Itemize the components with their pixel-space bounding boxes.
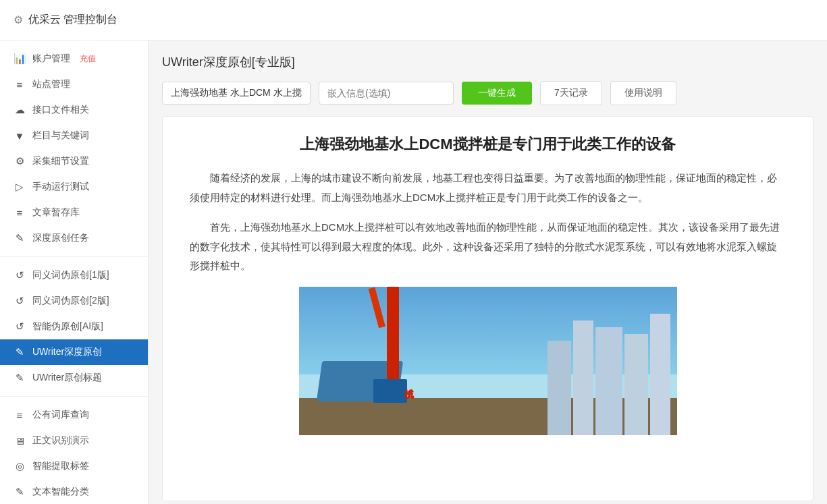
sidebar-item-manual[interactable]: ▷ 手动运行测试 (0, 174, 148, 200)
refresh-icon: ↺ (14, 269, 26, 281)
sidebar-item-uwriter[interactable]: ✎ UWriter深度原创 (0, 339, 148, 365)
sidebar-label-collect: 采集细节设置 (32, 155, 89, 167)
sidebar-item-account[interactable]: 📊 账户管理 充值 (0, 46, 148, 72)
settings-icon: ⚙ (14, 155, 26, 167)
main-content: UWriter深度原创[专业版] 一键生成 7天记录 使用说明 上海强劲地基水上… (149, 40, 827, 504)
sidebar-item-interface[interactable]: ☁ 接口文件相关 (0, 97, 148, 123)
sidebar-item-text-class[interactable]: ✎ 文本智能分类 (0, 479, 148, 504)
sidebar-label-uwriter: UWriter深度原创 (32, 346, 102, 358)
keyword-input[interactable] (162, 82, 311, 105)
article-container: 上海强劲地基水上DCM搅拌桩是专门用于此类工作的设备 随着经济的发展，上海的城市… (162, 116, 813, 501)
help-button[interactable]: 使用说明 (610, 81, 676, 105)
sidebar-item-collect[interactable]: ⚙ 采集细节设置 (0, 148, 148, 174)
sidebar-label-site: 站点管理 (32, 78, 70, 90)
embed-input[interactable] (319, 82, 454, 105)
article-para-2: 首先，上海强劲地基水上DCM水上搅拌桩可以有效地改善地面的物理性能，从而保证地面… (190, 218, 786, 276)
article-image: 机械 (299, 287, 677, 435)
list-icon: ≡ (14, 79, 26, 90)
sidebar-label-deeptask: 深度原创任务 (32, 232, 89, 244)
sidebar-label-manual: 手动运行测试 (32, 181, 89, 193)
play-icon: ▷ (14, 181, 26, 193)
sidebar-item-synonym1[interactable]: ↺ 同义词伪原创[1版] (0, 262, 148, 288)
sidebar-item-text-rec[interactable]: 🖥 正文识别演示 (0, 428, 148, 453)
class-icon: ✎ (14, 486, 26, 498)
monitor-icon: 🖥 (14, 435, 26, 447)
sidebar-label-text-class: 文本智能分类 (32, 486, 89, 498)
sidebar-label-synonym1: 同义词伪原创[1版] (32, 269, 109, 281)
ai-icon: ↺ (14, 320, 26, 333)
generate-button[interactable]: 一键生成 (462, 82, 532, 105)
app-title: ⚙ 优采云 管理控制台 (14, 13, 117, 27)
cloud-icon: ☁ (14, 104, 26, 116)
sidebar-item-uwriter-title[interactable]: ✎ UWriter原创标题 (0, 365, 148, 391)
account-badge: 充值 (80, 53, 96, 65)
uwriter-icon: ✎ (14, 346, 26, 358)
sidebar-item-site[interactable]: ≡ 站点管理 (0, 72, 148, 97)
sidebar-section-2: ↺ 同义词伪原创[1版] ↺ 同义词伪原创[2版] ↺ 智能伪原创[AI版] ✎… (0, 257, 148, 397)
sidebar-section-1: 📊 账户管理 充值 ≡ 站点管理 ☁ 接口文件相关 ▼ 栏目与关键词 ⚙ 采集细… (0, 40, 148, 257)
draft-icon: ≡ (14, 207, 26, 219)
article-para-1: 随着经济的发展，上海的城市建设不断向前发展，地基工程也变得日益重要。为了改善地面… (190, 169, 786, 207)
chart-icon: 📊 (14, 53, 26, 65)
page-title: UWriter深度原创[专业版] (162, 54, 813, 70)
sidebar-item-draft[interactable]: ≡ 文章暂存库 (0, 200, 148, 225)
sidebar-label-menu: 栏目与关键词 (32, 130, 89, 142)
filter-icon: ▼ (14, 130, 26, 142)
sidebar-label-text-rec: 正文识别演示 (32, 435, 89, 447)
app-title-text: 优采云 管理控制台 (28, 13, 117, 27)
app-header: ⚙ 优采云 管理控制台 (0, 0, 827, 40)
sidebar-item-ai[interactable]: ↺ 智能伪原创[AI版] (0, 314, 148, 339)
article-content[interactable]: 上海强劲地基水上DCM搅拌桩是专门用于此类工作的设备 随着经济的发展，上海的城市… (163, 117, 813, 501)
sidebar-section-3: ≡ 公有词库查询 🖥 正文识别演示 ◎ 智能提取标签 ✎ 文本智能分类 (0, 397, 148, 504)
sidebar-item-menu[interactable]: ▼ 栏目与关键词 (0, 123, 148, 148)
sidebar-label-corpus: 公有词库查询 (32, 409, 89, 421)
sidebar-label-ai: 智能伪原创[AI版] (32, 320, 103, 333)
sidebar-label-synonym2: 同义词伪原创[2版] (32, 295, 109, 307)
sidebar-label-interface: 接口文件相关 (32, 104, 89, 116)
toolbar: 一键生成 7天记录 使用说明 (162, 81, 813, 105)
article-title: 上海强劲地基水上DCM搅拌桩是专门用于此类工作的设备 (190, 133, 786, 155)
sidebar-label-smart-tag: 智能提取标签 (32, 460, 89, 472)
edit-icon: ✎ (14, 232, 26, 244)
sidebar-item-corpus[interactable]: ≡ 公有词库查询 (0, 402, 148, 428)
sidebar-item-deeptask[interactable]: ✎ 深度原创任务 (0, 225, 148, 251)
uwriter-title-icon: ✎ (14, 372, 26, 384)
sidebar-label-draft: 文章暂存库 (32, 206, 80, 219)
gear-icon: ⚙ (14, 13, 23, 26)
sidebar-label-uwriter-title: UWriter原创标题 (32, 372, 102, 384)
corpus-icon: ≡ (14, 410, 26, 421)
refresh2-icon: ↺ (14, 295, 26, 307)
tag-icon: ◎ (14, 460, 26, 472)
history-button[interactable]: 7天记录 (540, 81, 602, 105)
sidebar-label-account: 账户管理 (32, 53, 70, 65)
main-layout: 📊 账户管理 充值 ≡ 站点管理 ☁ 接口文件相关 ▼ 栏目与关键词 ⚙ 采集细… (0, 40, 827, 504)
sidebar-item-synonym2[interactable]: ↺ 同义词伪原创[2版] (0, 288, 148, 314)
sidebar: 📊 账户管理 充值 ≡ 站点管理 ☁ 接口文件相关 ▼ 栏目与关键词 ⚙ 采集细… (0, 40, 149, 504)
sidebar-item-smart-tag[interactable]: ◎ 智能提取标签 (0, 453, 148, 479)
